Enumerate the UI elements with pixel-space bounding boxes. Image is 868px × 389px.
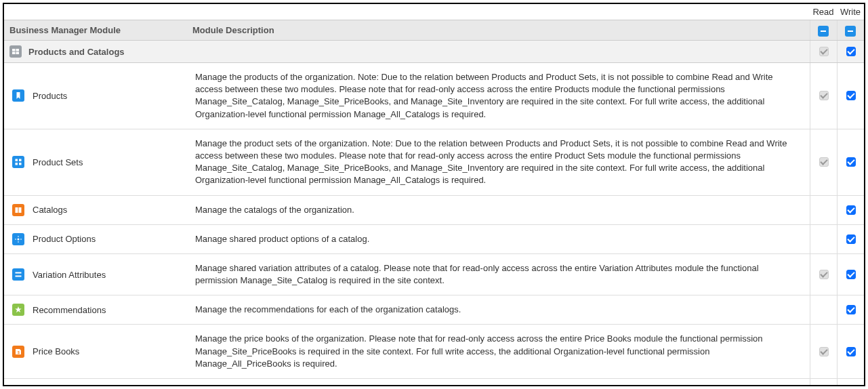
group-read-checkbox — [819, 47, 829, 56]
svg-rect-5 — [19, 159, 22, 162]
toggle-all-write[interactable] — [845, 26, 856, 37]
module-description: Manage shared variation attributes of a … — [192, 258, 804, 291]
price-books-read-checkbox — [819, 347, 829, 356]
module-name: Product Options — [33, 234, 96, 244]
description-header: Module Description — [192, 25, 274, 35]
module-row-product-sets: Product SetsManage the product sets of t… — [4, 129, 864, 195]
module-row-recommendations: RecommendationsManage the recommendation… — [4, 295, 864, 325]
module-row-catalogs: CatalogsManage the catalogs of the organ… — [4, 195, 864, 224]
module-header: Business Manager Module — [9, 25, 121, 35]
module-name: Recommendations — [33, 305, 106, 315]
variation-attributes-read-checkbox — [819, 270, 829, 279]
svg-rect-9 — [19, 207, 22, 213]
recommendations-write-checkbox[interactable] — [846, 305, 856, 314]
module-name: Catalogs — [33, 205, 67, 215]
product-icon — [12, 89, 24, 102]
svg-rect-6 — [16, 163, 18, 165]
write-column-label: Write — [840, 7, 861, 17]
module-description: Manage the product sets of the organizat… — [192, 134, 804, 191]
catalogs-write-checkbox[interactable] — [846, 205, 856, 215]
module-description: Manage the products of the organization.… — [192, 67, 804, 125]
svg-point-10 — [18, 238, 20, 240]
module-row-product-options: Product OptionsManage shared product opt… — [4, 224, 864, 253]
product-options-read-empty — [819, 233, 828, 243]
svg-text:$: $ — [18, 350, 20, 354]
recommendations-read-empty — [819, 304, 828, 314]
group-write-checkbox[interactable] — [846, 47, 856, 56]
svg-rect-4 — [16, 159, 18, 162]
module-description: Manage shared product options of a catal… — [192, 229, 804, 249]
module-description: Manage the recommendations for each of t… — [192, 300, 804, 320]
module-row-inventory: InventoryManage the inventory of the org… — [4, 379, 864, 387]
module-row-products: ProductsManage the products of the organ… — [4, 63, 864, 129]
permissions-table: Read Write Business Manager Module Modul… — [4, 4, 864, 386]
svg-rect-12 — [16, 276, 22, 277]
module-description: Manage the inventory of the organization… — [192, 383, 804, 386]
products-read-checkbox — [819, 91, 829, 100]
svg-rect-11 — [16, 272, 22, 274]
product-sets-write-checkbox[interactable] — [846, 157, 856, 167]
variation-attributes-write-checkbox[interactable] — [846, 270, 856, 279]
module-name: Price Books — [33, 346, 79, 356]
module-row-price-books: $Price BooksManage the price books of th… — [4, 325, 864, 379]
svg-rect-8 — [16, 207, 18, 213]
svg-rect-3 — [16, 52, 20, 55]
price-books-icon: $ — [12, 346, 24, 358]
group-catalog-icon — [9, 45, 22, 58]
recommendations-icon — [12, 304, 24, 316]
product-options-write-checkbox[interactable] — [846, 234, 856, 244]
module-description: Manage the price books of the organizati… — [192, 329, 804, 374]
module-description: Manage the catalogs of the organization. — [192, 200, 804, 220]
svg-rect-7 — [19, 163, 22, 165]
product-sets-icon — [12, 156, 24, 168]
column-labels-row: Read Write — [4, 4, 864, 20]
catalogs-read-empty — [819, 204, 828, 213]
group-label: Products and Catalogs — [28, 47, 125, 57]
group-row-products-catalogs: Products and Catalogs — [4, 41, 864, 63]
module-name: Product Sets — [33, 157, 83, 167]
module-name: Variation Attributes — [33, 270, 106, 280]
module-name: Products — [33, 91, 67, 101]
read-column-label: Read — [812, 7, 833, 17]
products-write-checkbox[interactable] — [846, 91, 856, 100]
svg-rect-1 — [16, 49, 20, 52]
svg-rect-0 — [12, 49, 16, 52]
product-sets-read-checkbox — [819, 157, 829, 167]
price-books-write-checkbox[interactable] — [846, 347, 856, 356]
catalogs-icon — [12, 204, 24, 216]
product-options-icon — [12, 233, 24, 245]
variation-attributes-icon — [12, 268, 24, 281]
toggle-all-read[interactable] — [818, 26, 829, 37]
module-row-variation-attributes: Variation AttributesManage shared variat… — [4, 253, 864, 295]
svg-rect-2 — [12, 52, 16, 55]
table-header-row: Business Manager Module Module Descripti… — [4, 20, 864, 41]
